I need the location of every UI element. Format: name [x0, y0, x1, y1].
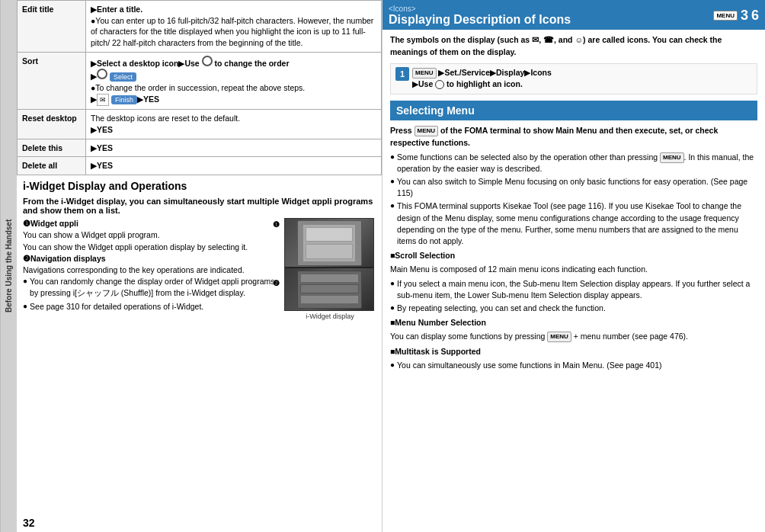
circle-btn-sort	[202, 56, 213, 66]
table-row: Reset desktop The desktop icons are rese…	[18, 110, 382, 139]
menu-icon-b1: MENU	[660, 152, 684, 163]
select-btn: Select	[110, 72, 136, 82]
right-panel: <Icons> Displaying Description of Icons …	[382, 0, 765, 532]
iwidget-bullet1: ● You can randomly change the display or…	[23, 276, 278, 299]
row-content-reset: The desktop icons are reset to the defau…	[86, 110, 382, 139]
menu-icon-number: MENU	[547, 332, 571, 342]
menu-icon-step1: MENU	[412, 68, 437, 79]
selecting-bullet-2: ● You can also switch to Simple Menu foc…	[390, 176, 757, 199]
page-number: 32	[17, 514, 382, 532]
selecting-menu-intro: Press MENU of the FOMA terminal to show …	[390, 125, 757, 149]
iwidget-text2: You can show the Widget αppli operation …	[23, 242, 278, 253]
iwidget-num2: ❷Navigation displays	[23, 253, 278, 264]
edit-title-line1: ▶Enter a title.	[91, 4, 376, 15]
row-label-reset: Reset desktop	[18, 110, 86, 139]
scroll-bullet-1: ● If you select a main menu icon, the Su…	[390, 278, 757, 301]
circle-num-1: ❶	[273, 220, 280, 229]
sort-line4: ▶✉ Finish▶YES	[91, 94, 376, 107]
edit-title-line2: ●You can enter up to 16 full-pitch/32 ha…	[91, 15, 376, 49]
left-panel: Before Using the Handset Edit title ▶Ent…	[0, 0, 382, 532]
img-bot-widget	[297, 271, 362, 309]
menu-number-header: ■Menu Number Selection	[390, 317, 757, 329]
iwidget-bullet2: ● See page 310 for detailed operations o…	[23, 301, 278, 312]
multitask-bullet: ● You can simultaneously use some functi…	[390, 360, 757, 371]
icons-tag: <Icons>	[389, 5, 571, 13]
circle-btn-select	[97, 69, 107, 79]
table-row: Sort ▶Select a desktop icon▶Use to chang…	[18, 52, 382, 110]
sort-line3: ●To change the order in succession, repe…	[91, 82, 376, 94]
img-bot: ❷	[285, 268, 373, 310]
img-top: ❶	[285, 219, 373, 268]
table-row: Edit title ▶Enter a title. ●You can ente…	[18, 1, 382, 53]
selecting-bullet-1: ● Some functions can be selected also by…	[390, 152, 757, 175]
img-label: i-Widget display	[284, 312, 376, 320]
iwidget-image: ❶ ❷	[284, 218, 376, 320]
iwidget-text: ❶Widget αppli You can show a Widget αppl…	[23, 218, 278, 320]
row-label-edit-title: Edit title	[18, 1, 86, 53]
step-1-row: 1 MENU ▶Set./Service▶Display▶Icons ▶Use …	[390, 63, 757, 95]
row-label-delete-this: Delete this	[18, 139, 86, 157]
settings-table: Edit title ▶Enter a title. ●You can ente…	[17, 0, 382, 175]
selecting-menu-header: Selecting Menu	[390, 101, 757, 120]
icons-title: Displaying Description of Icons	[389, 13, 571, 27]
menu-icon-intro: MENU	[415, 126, 439, 136]
iwidget-num1: ❶Widget αppli	[23, 218, 278, 229]
table-row: Delete this ▶YES	[18, 139, 382, 157]
step-1-text: MENU ▶Set./Service▶Display▶Icons ▶Use to…	[412, 67, 552, 91]
scroll-selection-header: ■Scroll Selection	[390, 250, 757, 262]
scroll-selection-text: Main Menu is composed of 12 main menu ic…	[390, 264, 757, 276]
menu-badge: MENU	[713, 11, 738, 21]
scroll-bullet-2: ● By repeating selecting, you can set an…	[390, 303, 757, 314]
row-content-sort: ▶Select a desktop icon▶Use to change the…	[86, 52, 382, 110]
iwidget-text1: You can show a Widget αppli program.	[23, 229, 278, 241]
sidebar-label: Before Using the Handset	[0, 0, 17, 532]
row-label-sort: Sort	[18, 52, 86, 110]
icons-description: The symbols on the display (such as ✉, ☎…	[390, 34, 757, 59]
reset-line2: ▶YES	[91, 124, 376, 136]
icons-section-header: <Icons> Displaying Description of Icons …	[382, 0, 765, 30]
table-row: Delete all ▶YES	[18, 157, 382, 175]
circle-num-2: ❷	[273, 279, 280, 287]
page-badge-3: 3	[741, 8, 748, 24]
iwidget-subtitle: From the i-Widget display, you can simul…	[23, 197, 376, 215]
sort-line2: ▶ Select	[91, 69, 376, 82]
iwidget-section: i-Widget Display and Operations From the…	[17, 175, 382, 514]
finish-btn: Finish	[111, 95, 137, 104]
row-label-delete-all: Delete all	[18, 157, 86, 175]
menu-number-text: You can display some functions by pressi…	[390, 331, 757, 343]
selecting-menu-content: Press MENU of the FOMA terminal to show …	[390, 125, 757, 371]
img-container: ❶ ❷	[284, 218, 376, 311]
right-content: The symbols on the display (such as ✉, ☎…	[382, 30, 765, 532]
circle-icon-step1	[435, 80, 444, 89]
row-content-edit-title: ▶Enter a title. ●You can enter up to 16 …	[86, 1, 382, 53]
sort-line1: ▶Select a desktop icon▶Use to change the…	[91, 56, 376, 69]
icons-header-right: MENU 3 6	[713, 8, 759, 24]
page-badge-6: 6	[751, 8, 759, 24]
multitask-header: ■Multitask is Supported	[390, 346, 757, 358]
iwidget-body: ❶Widget αppli You can show a Widget αppl…	[23, 218, 376, 320]
img-top-widget	[297, 220, 362, 266]
img-box: ❶ ❷	[284, 218, 374, 311]
left-content: Edit title ▶Enter a title. ●You can ente…	[17, 0, 382, 532]
envelope-btn: ✉	[97, 94, 109, 107]
step-1-number: 1	[395, 67, 409, 81]
selecting-bullet-3: ● This FOMA terminal supports Kisekae To…	[390, 200, 757, 247]
iwidget-text3: Navigations corresponding to the key ope…	[23, 264, 278, 276]
reset-line1: The desktop icons are reset to the defau…	[91, 113, 376, 124]
iwidget-title: i-Widget Display and Operations	[23, 180, 376, 194]
row-content-delete-this: ▶YES	[86, 139, 382, 157]
row-content-delete-all: ▶YES	[86, 157, 382, 175]
